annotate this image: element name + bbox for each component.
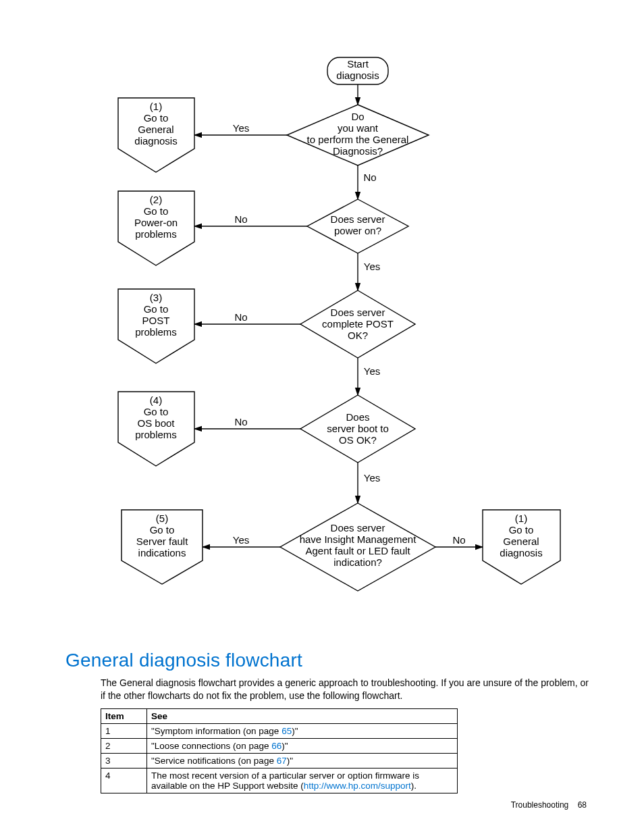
page-link[interactable]: 67: [277, 756, 287, 766]
table-cell-see: "Loose connections (on page 66)": [147, 739, 458, 754]
flowchart-svg: Startdiagnosis Doyou wantto perform the …: [0, 0, 644, 642]
table-cell-item: 2: [101, 739, 147, 754]
table-cell-see: The most recent version of a particular …: [147, 768, 458, 793]
page-link[interactable]: 65: [281, 726, 292, 736]
section-heading: General diagnosis flowchart: [65, 650, 302, 671]
edge-label-yes-3: Yes: [364, 365, 380, 377]
url-link[interactable]: http://www.hp.com/support: [304, 781, 411, 791]
page-footer: Troubleshooting 68: [511, 800, 587, 810]
edge-label-yes-1: Yes: [233, 122, 249, 134]
edge-label-yes-2: Yes: [364, 261, 380, 272]
footer-section: Troubleshooting: [511, 800, 569, 810]
edge-label-no-3: No: [234, 311, 247, 323]
reference-table: Item See 1 "Symptom information (on page…: [101, 708, 458, 793]
document-page: Startdiagnosis Doyou wantto perform the …: [0, 0, 644, 834]
table-cell-see: "Service notifications (on page 67)": [147, 754, 458, 768]
table-row: 3 "Service notifications (on page 67)": [101, 754, 458, 768]
edge-label-no-4: No: [234, 416, 247, 427]
table-header-item: Item: [101, 709, 147, 724]
edge-label-yes-4: Yes: [364, 472, 380, 484]
edge-label-no-5: No: [452, 534, 465, 546]
table-cell-item: 1: [101, 724, 147, 739]
table-header-see: See: [147, 709, 458, 724]
page-link[interactable]: 66: [271, 741, 281, 751]
table-cell-item: 3: [101, 754, 147, 768]
table-cell-see: "Symptom information (on page 65)": [147, 724, 458, 739]
edge-label-yes-5: Yes: [233, 534, 249, 546]
table-row: 4 The most recent version of a particula…: [101, 768, 458, 793]
table-row: 1 "Symptom information (on page 65)": [101, 724, 458, 739]
table-cell-item: 4: [101, 768, 147, 793]
body-paragraph: The General diagnosis flowchart provides…: [101, 677, 593, 702]
edge-label-no-2: No: [234, 213, 247, 225]
table-row: 2 "Loose connections (on page 66)": [101, 739, 458, 754]
edge-label-no-1: No: [363, 172, 376, 183]
decision-2-text: Does serverpower on?: [331, 213, 385, 236]
footer-page-number: 68: [578, 800, 587, 810]
